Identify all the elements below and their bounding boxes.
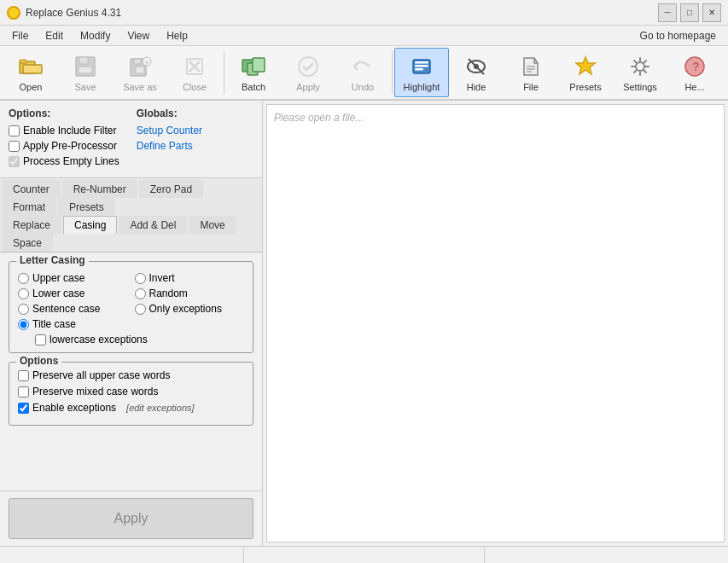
radio-title-case: Title case [18,318,128,330]
preserve-mixed-checkbox[interactable] [18,386,29,398]
lower-case-radio[interactable] [18,288,29,299]
window-title: Replace Genius 4.31 [26,7,658,19]
toolbar-file-button[interactable]: File [504,48,558,97]
letter-casing-title: Letter Casing [16,254,89,266]
go-homepage-link[interactable]: Go to homepage [632,28,725,44]
svg-rect-1 [20,60,26,63]
apply-preprocessor-checkbox[interactable] [9,141,20,152]
tab-space[interactable]: Space [2,234,53,252]
apply-icon [294,53,322,80]
minimize-button[interactable]: ─ [658,3,677,22]
undo-icon [349,53,376,80]
tab-renumber[interactable]: Re-Number [62,180,137,198]
letter-casing-group: Letter Casing Upper case Invert [9,261,253,353]
svg-rect-5 [79,67,92,73]
only-exceptions-radio[interactable] [135,304,146,315]
toolbar-sep-1 [224,51,224,94]
help-icon: ? [681,53,708,80]
tab-add-del[interactable]: Add & Del [119,216,187,234]
toolbar-save-label: Save [74,82,96,92]
tab-format[interactable]: Format [2,198,56,216]
random-label: Random [149,287,188,299]
right-content-area: Please open a file... [266,104,725,543]
toolbar-settings-button[interactable]: Settings [613,48,667,97]
toolbar-highlight-button[interactable]: Highlight [394,48,449,97]
setup-counter-link[interactable]: Setup Counter [137,125,202,136]
lowercase-exceptions-checkbox[interactable] [35,334,46,345]
casing-options-title: Options [16,355,61,367]
preserve-upper-row: Preserve all upper case words [18,369,244,381]
svg-rect-21 [415,68,423,71]
tab-zeropad[interactable]: Zero Pad [139,180,203,198]
enable-exceptions-label: Enable exceptions [32,402,116,414]
radio-only-exceptions: Only exceptions [135,303,245,315]
enable-include-filter-checkbox[interactable] [9,125,20,136]
edit-exceptions-link[interactable]: [edit exceptions] [126,403,195,413]
tab-counter[interactable]: Counter [2,180,61,198]
preserve-upper-label: Preserve all upper case words [32,369,170,381]
toolbar-undo-button[interactable]: Undo [335,48,390,97]
toolbar-settings-label: Settings [623,82,657,92]
preserve-mixed-row: Preserve mixed case words [18,386,244,398]
close-button[interactable]: ✕ [702,3,721,22]
toolbar-presets-button[interactable]: Presets [558,48,613,97]
toolbar-undo-label: Undo [352,82,374,92]
toolbar-sep-2 [392,51,393,94]
process-empty-lines-checkbox[interactable] [9,156,20,167]
left-panel: Options: Enable Include Filter Apply Pre… [0,101,263,546]
menu-file[interactable]: File [3,28,37,44]
sentence-case-radio[interactable] [18,304,29,315]
maximize-button[interactable]: □ [680,3,699,22]
only-exceptions-label: Only exceptions [149,303,222,315]
tab-presets[interactable]: Presets [58,198,115,216]
enable-include-filter-label: Enable Include Filter [23,125,116,136]
casing-options-group: Options Preserve all upper case words Pr… [9,362,253,426]
hide-icon [463,53,490,80]
svg-rect-2 [23,65,42,73]
upper-case-radio[interactable] [18,273,29,284]
radio-invert: Invert [135,272,245,284]
radio-random: Random [135,287,245,299]
toolbar-close-button[interactable]: Close [167,48,222,97]
casing-radio-grid: Upper case Invert Lower case [18,272,244,330]
invert-radio[interactable] [135,273,146,284]
svg-rect-8 [136,67,144,73]
window-controls: ─ □ ✕ [658,3,721,22]
main-area: Options: Enable Include Filter Apply Pre… [0,101,728,546]
toolbar-batch-button[interactable]: Batch [226,48,281,97]
preserve-upper-checkbox[interactable] [18,370,29,381]
menu-help[interactable]: Help [158,28,196,44]
process-empty-lines-row: Process Empty Lines [9,155,119,167]
random-radio[interactable] [135,288,146,299]
process-empty-lines-label: Process Empty Lines [23,155,119,167]
tab-replace[interactable]: Replace [2,216,61,234]
svg-rect-19 [415,61,428,64]
tab-casing[interactable]: Casing [63,216,117,234]
tab-move[interactable]: Move [189,216,236,234]
toolbar-save-button[interactable]: Save [58,48,113,97]
radio-lower-case: Lower case [18,287,128,299]
toolbar-apply-button[interactable]: Apply [281,48,335,97]
toolbar-saveas-button[interactable]: + Save as [113,48,167,97]
toolbar-help-label: He... [684,82,704,92]
settings-icon [626,53,654,80]
svg-text:?: ? [692,60,700,73]
enable-exceptions-checkbox[interactable] [18,403,29,414]
toolbar-close-label: Close [183,82,207,92]
menu-view[interactable]: View [119,28,158,44]
menu-edit[interactable]: Edit [37,28,72,44]
svg-rect-16 [253,58,265,72]
title-case-radio[interactable] [18,319,29,330]
upper-case-label: Upper case [32,272,84,284]
radio-upper-case: Upper case [18,272,128,284]
apply-button[interactable]: Apply [9,498,253,539]
toolbar-open-button[interactable]: Open [3,48,58,97]
svg-rect-4 [79,57,88,64]
toolbar-help-button[interactable]: ? He... [667,48,722,97]
toolbar-hide-button[interactable]: Hide [449,48,504,97]
menu-bar: File Edit Modify View Help Go to homepag… [0,26,728,46]
define-parts-link[interactable]: Define Parts [137,140,193,152]
enable-include-filter-row: Enable Include Filter [9,125,119,136]
lowercase-exceptions-label: lowercase exceptions [50,334,148,345]
menu-modify[interactable]: Modify [72,28,119,44]
